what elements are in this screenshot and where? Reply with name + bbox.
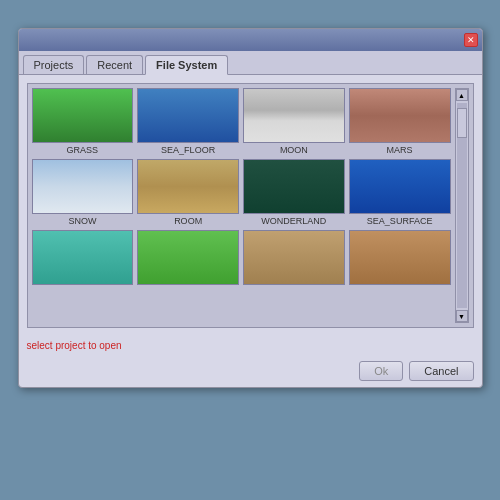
list-item[interactable]: MOON [243,88,345,155]
thumb-seasurface [349,159,451,214]
scroll-down-arrow[interactable]: ▼ [456,310,468,322]
thumb-extra3 [243,230,345,285]
list-item[interactable]: ROOM [137,159,239,226]
item-label-wonderland: WONDERLAND [261,216,326,226]
item-label-seasurface: SEA_SURFACE [367,216,433,226]
tab-projects[interactable]: Projects [23,55,85,74]
cancel-button[interactable]: Cancel [409,361,473,381]
grid-container: GRASS SEA_FLOOR MOON MARS [27,83,474,328]
dialog-body: GRASS SEA_FLOOR MOON MARS [19,75,482,336]
thumb-extra1 [32,230,134,285]
thumb-grass [32,88,134,143]
thumb-room [137,159,239,214]
item-label-seafloor: SEA_FLOOR [161,145,215,155]
list-item[interactable]: SEA_SURFACE [349,159,451,226]
thumb-extra2 [137,230,239,285]
thumb-seafloor [137,88,239,143]
thumb-snow [32,159,134,214]
dialog-tabs: Projects Recent File System [19,51,482,75]
list-item[interactable]: GRASS [32,88,134,155]
item-label-moon: MOON [280,145,308,155]
list-item[interactable] [32,230,134,287]
thumb-extra4 [349,230,451,285]
item-label-snow: SNOW [68,216,96,226]
tab-recent[interactable]: Recent [86,55,143,74]
thumb-wonderland [243,159,345,214]
ok-button[interactable]: Ok [359,361,403,381]
list-item[interactable] [243,230,345,287]
tab-filesystem[interactable]: File System [145,55,228,75]
list-item[interactable]: SNOW [32,159,134,226]
dialog-window: ✕ Projects Recent File System GRASS [18,28,483,388]
scrollbar-track[interactable] [457,103,467,308]
desktop: Tom ✕ Projects Recent File System GRASS [0,0,500,500]
list-item[interactable]: WONDERLAND [243,159,345,226]
dialog-titlebar: ✕ [19,29,482,51]
status-bar: select project to open [19,336,482,355]
thumbnail-grid: GRASS SEA_FLOOR MOON MARS [32,88,451,287]
item-label-room: ROOM [174,216,202,226]
thumb-mars [349,88,451,143]
dialog-footer: Ok Cancel [19,355,482,387]
vertical-scrollbar[interactable]: ▲ ▼ [455,88,469,323]
item-label-mars: MARS [387,145,413,155]
scrollbar-thumb[interactable] [457,108,467,138]
thumb-moon [243,88,345,143]
status-text: select project to open [27,340,122,351]
list-item[interactable] [349,230,451,287]
close-button[interactable]: ✕ [464,33,478,47]
list-item[interactable] [137,230,239,287]
list-item[interactable]: MARS [349,88,451,155]
grid-scroll-area: GRASS SEA_FLOOR MOON MARS [32,88,451,323]
item-label-grass: GRASS [67,145,99,155]
scroll-up-arrow[interactable]: ▲ [456,89,468,101]
list-item[interactable]: SEA_FLOOR [137,88,239,155]
